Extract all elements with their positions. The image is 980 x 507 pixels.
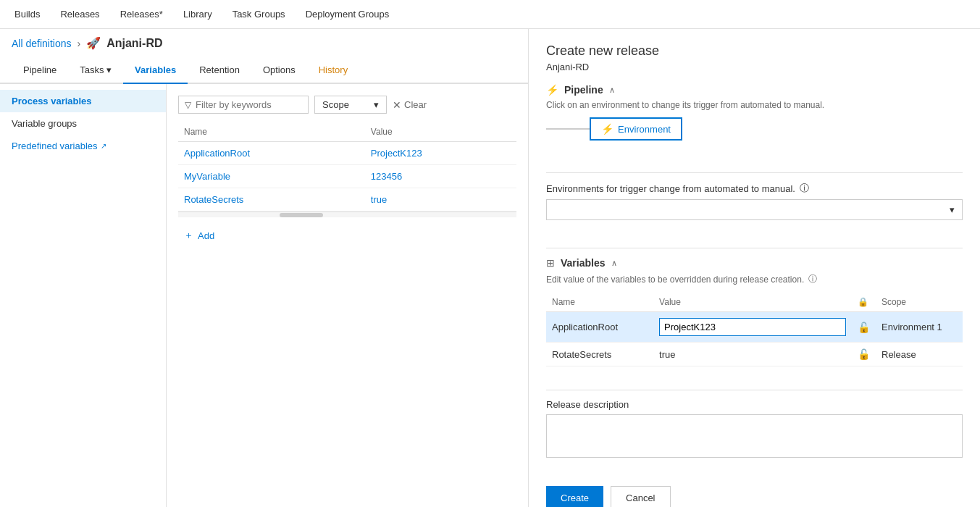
- variables-section-header: ⊞ Variables ∧: [546, 257, 963, 269]
- nav-task-groups[interactable]: Task Groups: [230, 9, 288, 20]
- breadcrumb-current-page: Anjani-RD: [106, 37, 162, 50]
- override-value-cell[interactable]: [653, 312, 852, 343]
- table-row: ApplicationRoot ProjectK123: [178, 142, 516, 165]
- clear-button[interactable]: ✕ Clear: [393, 99, 427, 111]
- var-value-cell: ProjectK123: [371, 148, 422, 159]
- table-row: RotateSecrets true: [178, 188, 516, 211]
- lock-icon: 🔓: [858, 322, 870, 333]
- horizontal-scrollbar[interactable]: [178, 211, 516, 217]
- col-header-value: Value: [365, 122, 516, 142]
- tab-pipeline[interactable]: Pipeline: [12, 57, 68, 84]
- section-divider-3: [546, 390, 963, 390]
- scope-label: Scope: [322, 99, 349, 110]
- nav-releases-star[interactable]: Releases*: [117, 9, 166, 20]
- table-row: MyVariable 123456: [178, 165, 516, 188]
- lock-cell: 🔓: [852, 312, 876, 343]
- override-value-input[interactable]: [659, 318, 846, 336]
- close-icon: ✕: [393, 99, 401, 111]
- lightning-icon: ⚡: [546, 84, 558, 96]
- tab-tasks[interactable]: Tasks ▾: [68, 57, 123, 84]
- override-name-cell: RotateSecrets: [546, 343, 653, 366]
- override-col-scope: Scope: [876, 293, 963, 312]
- tab-options[interactable]: Options: [251, 57, 307, 84]
- override-name-cell: ApplicationRoot: [546, 312, 653, 343]
- trigger-info-icon: ⓘ: [800, 182, 809, 195]
- release-description-section: Release description: [546, 399, 963, 460]
- sidebar-link-predefined-variables[interactable]: Predefined variables ↗: [0, 135, 166, 157]
- cancel-button[interactable]: Cancel: [611, 486, 670, 507]
- tab-variables[interactable]: Variables: [123, 57, 188, 84]
- clear-label: Clear: [404, 99, 427, 110]
- top-navigation: Builds Releases Releases* Library Task G…: [0, 0, 980, 29]
- nav-releases[interactable]: Releases: [57, 9, 102, 20]
- panel-title: Create new release: [546, 43, 963, 59]
- footer-buttons: Create Cancel: [546, 486, 963, 507]
- var-name-cell[interactable]: MyVariable: [184, 171, 230, 182]
- variables-section-desc: Edit value of the variables to be overri…: [546, 275, 804, 285]
- variables-info-icon: ⓘ: [808, 273, 817, 285]
- pipeline-connector: [546, 128, 590, 130]
- variables-override-table: Name Value 🔒 Scope ApplicationRoot 🔓 Env…: [546, 293, 963, 366]
- override-col-value: Value: [653, 293, 852, 312]
- scroll-thumb[interactable]: [280, 213, 323, 217]
- environment-button[interactable]: ⚡ Environment: [590, 117, 682, 141]
- variables-chevron-icon[interactable]: ∧: [611, 259, 617, 268]
- create-button[interactable]: Create: [546, 486, 603, 507]
- chevron-down-icon: ▾: [950, 204, 955, 215]
- pipeline-section-title: Pipeline: [564, 84, 603, 96]
- pipeline-diagram: ⚡ Environment: [546, 117, 963, 141]
- col-header-name: Name: [178, 122, 365, 142]
- trigger-section: Environments for trigger change from aut…: [546, 182, 963, 225]
- sidebar-item-process-variables[interactable]: Process variables: [0, 90, 166, 112]
- table-row: ApplicationRoot 🔓 Environment 1: [546, 312, 963, 343]
- filter-input-wrapper: ▽: [178, 96, 309, 114]
- variables-table: Name Value ApplicationRoot ProjectK123 M…: [178, 122, 516, 211]
- nav-library[interactable]: Library: [180, 9, 215, 20]
- tab-retention[interactable]: Retention: [188, 57, 251, 84]
- var-name-cell[interactable]: RotateSecrets: [184, 194, 243, 205]
- table-row: RotateSecrets true 🔓 Release: [546, 343, 963, 366]
- pipeline-section-desc: Click on an environment to change its tr…: [546, 100, 963, 110]
- override-col-name: Name: [546, 293, 653, 312]
- plus-icon: ＋: [184, 229, 193, 242]
- chevron-down-icon: ▾: [374, 99, 379, 110]
- scope-cell: Environment 1: [876, 312, 963, 343]
- sub-navigation: Pipeline Tasks ▾ Variables Retention Opt…: [0, 57, 528, 84]
- override-value-cell: true: [653, 343, 852, 366]
- nav-deployment-groups[interactable]: Deployment Groups: [303, 9, 393, 20]
- external-link-icon: ↗: [101, 142, 106, 150]
- panel-subtitle: Anjani-RD: [546, 62, 963, 72]
- scope-cell: Release: [876, 343, 963, 366]
- right-panel: Create new release Anjani-RD ⚡ Pipeline …: [529, 29, 980, 507]
- release-definition-icon: 🚀: [86, 36, 101, 50]
- release-description-textarea[interactable]: [546, 414, 963, 458]
- pipeline-chevron-icon[interactable]: ∧: [609, 85, 615, 95]
- pipeline-section: ⚡ Pipeline ∧ Click on an environment to …: [546, 84, 963, 149]
- filter-input[interactable]: [196, 99, 297, 110]
- var-value-cell: true: [371, 194, 387, 205]
- lock-icon: 🔓: [858, 348, 870, 360]
- environment-label: Environment: [618, 124, 671, 135]
- variables-override-section: ⊞ Variables ∧ Edit value of the variable…: [546, 257, 963, 366]
- sidebar-link-label: Predefined variables: [12, 141, 98, 151]
- variables-content-area: ▽ Scope ▾ ✕ Clear: [167, 84, 528, 507]
- breadcrumb-all-definitions[interactable]: All definitions: [12, 38, 72, 49]
- var-value-cell: 123456: [371, 171, 402, 182]
- var-name-cell[interactable]: ApplicationRoot: [184, 148, 250, 159]
- add-variable-button[interactable]: ＋ Add: [178, 223, 516, 248]
- sidebar: Process variables Variable groups Predef…: [0, 84, 167, 507]
- breadcrumb: All definitions › 🚀 Anjani-RD: [0, 29, 528, 57]
- sidebar-item-variable-groups[interactable]: Variable groups: [0, 112, 166, 135]
- add-label: Add: [198, 230, 214, 241]
- variables-icon: ⊞: [546, 257, 555, 269]
- tab-history[interactable]: History: [307, 57, 359, 84]
- nav-builds[interactable]: Builds: [12, 9, 43, 20]
- release-description-label: Release description: [546, 399, 963, 410]
- left-panel: All definitions › 🚀 Anjani-RD Pipeline T…: [0, 29, 529, 507]
- scope-dropdown[interactable]: Scope ▾: [314, 96, 387, 114]
- lock-cell: 🔓: [852, 343, 876, 366]
- override-col-lock: 🔒: [852, 293, 876, 312]
- trigger-dropdown[interactable]: ▾: [546, 199, 963, 220]
- variables-section-title: Variables: [561, 257, 606, 269]
- scope-value: Environment 1: [881, 322, 942, 332]
